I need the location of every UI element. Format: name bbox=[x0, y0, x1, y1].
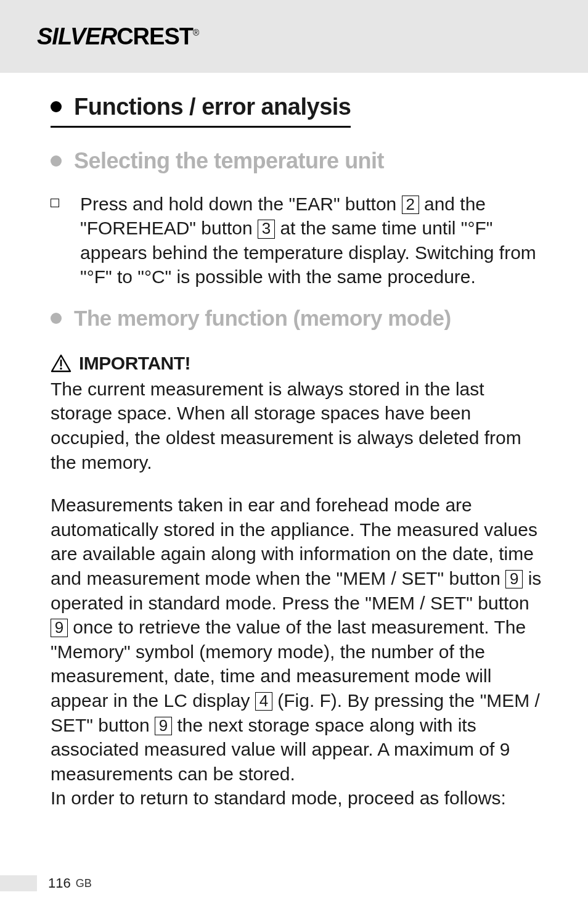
important-callout: IMPORTANT! bbox=[51, 351, 551, 376]
h2-title: Selecting the temperature unit bbox=[74, 146, 384, 176]
subsection-heading-memory: The memory function (memory mode) bbox=[51, 304, 551, 332]
instruction-item: Press and hold down the "EAR" button 2 a… bbox=[51, 192, 551, 289]
h2-title: The memory function (memory mode) bbox=[74, 304, 451, 332]
keycap-memset: 9 bbox=[51, 619, 68, 637]
brand-registered: ® bbox=[193, 28, 198, 38]
section-heading-functions: Functions / error analysis bbox=[51, 91, 351, 128]
page-content: Functions / error analysis Selecting the… bbox=[0, 73, 588, 811]
keycap-memset: 9 bbox=[155, 717, 172, 735]
keycap-display: 4 bbox=[255, 692, 272, 711]
paragraph: In order to return to standard mode, pro… bbox=[51, 786, 551, 811]
keycap-forehead: 3 bbox=[258, 220, 275, 238]
country-code: GB bbox=[71, 877, 92, 890]
checkbox-icon bbox=[51, 199, 59, 207]
paragraph: The current measurement is always stored… bbox=[51, 377, 551, 474]
paragraph: Measurements taken in ear and forehead m… bbox=[51, 493, 551, 786]
instruction-text: Press and hold down the "EAR" button 2 a… bbox=[80, 192, 551, 289]
text-fragment: Press and hold down the "EAR" button bbox=[80, 194, 402, 214]
bullet-icon bbox=[51, 313, 62, 324]
warning-triangle-icon bbox=[51, 354, 71, 373]
page-footer: 116 GB bbox=[0, 875, 92, 891]
brand-part2: CREST bbox=[116, 23, 193, 49]
footer-tab bbox=[0, 875, 37, 891]
page-number: 116 bbox=[37, 875, 71, 891]
important-label: IMPORTANT! bbox=[79, 351, 190, 376]
text-fragment: Measurements taken in ear and forehead m… bbox=[51, 495, 537, 588]
brand-part1: SILVER bbox=[37, 23, 116, 49]
svg-point-2 bbox=[60, 368, 62, 369]
keycap-ear: 2 bbox=[402, 196, 419, 214]
h1-title: Functions / error analysis bbox=[74, 91, 351, 122]
keycap-memset: 9 bbox=[505, 570, 523, 588]
brand-logo: SILVERCREST® bbox=[37, 23, 198, 50]
bullet-icon bbox=[51, 155, 62, 167]
bullet-icon bbox=[51, 101, 62, 112]
subsection-heading-temp-unit: Selecting the temperature unit bbox=[51, 146, 551, 176]
header-band: SILVERCREST® bbox=[0, 0, 588, 73]
